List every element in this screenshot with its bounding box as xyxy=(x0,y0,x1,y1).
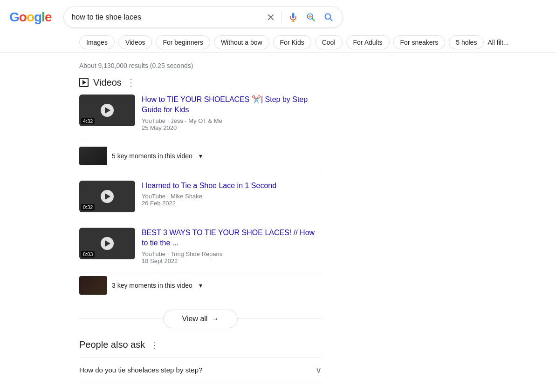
chip-for-adults[interactable]: For Adults xyxy=(346,35,390,49)
chip-for-sneakers[interactable]: For sneakers xyxy=(393,35,446,49)
play-button[interactable] xyxy=(101,104,114,117)
results-count: About 9,130,000 results (0.25 seconds) xyxy=(79,62,322,69)
play-triangle-icon-2 xyxy=(105,193,110,200)
section-header: Videos ⋮ xyxy=(79,77,322,88)
header: Google how to tie shoe laces xyxy=(0,0,556,33)
svg-line-6 xyxy=(330,19,332,21)
logo-e: e xyxy=(45,10,52,25)
video-info-2: I learned to Tie a Shoe Lace in 1 Second… xyxy=(142,181,322,207)
key-moment-thumb-3 xyxy=(79,276,107,295)
chevron-down-icon-3[interactable]: ▾ xyxy=(199,282,202,289)
chip-without-a-bow[interactable]: Without a bow xyxy=(214,35,269,49)
search-bar: how to tie shoe laces xyxy=(63,7,343,28)
logo-o1: o xyxy=(19,10,27,25)
image-search-button[interactable] xyxy=(304,11,317,24)
people-also-ask-section: People also ask ⋮ How do you tie shoelac… xyxy=(79,339,322,392)
play-triangle-icon xyxy=(105,107,110,114)
video-duration-3: 8:03 xyxy=(81,251,95,257)
key-moments-label-3[interactable]: 3 key moments in this video xyxy=(112,282,192,289)
video-title-link-2[interactable]: I learned to Tie a Shoe Lace in 1 Second xyxy=(142,182,276,189)
videos-section: Videos ⋮ 4:32 How to TIE YOUR SHOELACES … xyxy=(79,77,322,328)
video-duration: 4:32 xyxy=(81,118,95,124)
voice-search-button[interactable] xyxy=(287,11,300,24)
key-moments-3: 3 key moments in this video ▾ xyxy=(79,276,322,302)
view-all-line-left xyxy=(79,318,163,319)
microphone-icon xyxy=(288,13,298,22)
divider xyxy=(281,12,282,23)
logo-o2: o xyxy=(27,10,34,25)
video-meta-2: YouTube · Mike Shake 26 Feb 2022 xyxy=(142,193,322,207)
search-icons xyxy=(265,11,335,24)
video-date-3: 18 Sept 2022 xyxy=(142,257,178,264)
video-date-2: 26 Feb 2022 xyxy=(142,200,176,207)
key-moments-label-1[interactable]: 5 key moments in this video xyxy=(112,152,192,160)
lens-icon xyxy=(306,13,316,22)
logo-l: l xyxy=(41,10,45,25)
video-channel-1: Jess - My OT & Me xyxy=(171,117,222,124)
play-triangle-icon-3 xyxy=(105,240,110,247)
video-source-3: YouTube xyxy=(142,250,165,257)
video-source-1: YouTube xyxy=(142,117,165,124)
google-logo: Google xyxy=(9,10,51,25)
paa-menu-icon[interactable]: ⋮ xyxy=(150,339,159,351)
logo-g: G xyxy=(9,10,19,25)
search-icon xyxy=(324,13,333,22)
videos-section-title: Videos xyxy=(93,77,122,88)
video-title-link-3[interactable]: BEST 3 WAYS TO TIE YOUR SHOE LACES! // H… xyxy=(142,229,315,247)
video-section-icon xyxy=(79,78,89,87)
video-channel-3: Tring Shoe Repairs xyxy=(171,250,223,257)
view-all-label: View all xyxy=(182,315,208,323)
video-thumbnail-1[interactable]: 4:32 xyxy=(79,95,135,126)
logo-g2: g xyxy=(34,10,41,25)
paa-title: People also ask xyxy=(79,339,145,350)
video-title-link-1[interactable]: How to TIE YOUR SHOELACES ✂️| Step by St… xyxy=(142,95,308,114)
view-all-line-right xyxy=(238,318,322,319)
search-button[interactable] xyxy=(322,11,335,24)
paa-question-1: How do you tie shoelaces step by step? xyxy=(79,366,202,374)
close-icon xyxy=(267,13,275,21)
play-icon xyxy=(82,80,86,85)
key-moments-1: 5 key moments in this video ▾ xyxy=(79,147,322,173)
view-all-wrapper: View all → xyxy=(79,310,322,328)
video-thumbnail-2[interactable]: 0:32 xyxy=(79,181,135,212)
arrow-right-icon: → xyxy=(211,315,219,323)
video-info-3: BEST 3 WAYS TO TIE YOUR SHOE LACES! // H… xyxy=(142,228,322,264)
video-channel-2: Mike Shake xyxy=(171,193,202,200)
paa-header: People also ask ⋮ xyxy=(79,339,322,351)
chevron-down-icon-paa-2: ∨ xyxy=(316,391,322,392)
svg-line-4 xyxy=(312,19,315,21)
play-button-3[interactable] xyxy=(101,237,114,250)
video-meta-3: YouTube · Tring Shoe Repairs 18 Sept 202… xyxy=(142,250,322,264)
chip-for-beginners[interactable]: For beginners xyxy=(156,35,210,49)
svg-point-3 xyxy=(309,16,311,17)
video-duration-2: 0:32 xyxy=(81,204,95,210)
clear-search-button[interactable] xyxy=(265,11,277,23)
video-item-3: 8:03 BEST 3 WAYS TO TIE YOUR SHOE LACES!… xyxy=(79,228,322,272)
chip-cool[interactable]: Cool xyxy=(315,35,343,49)
video-meta-1: YouTube · Jess - My OT & Me 25 May 2020 xyxy=(142,117,322,131)
chip-for-kids[interactable]: For Kids xyxy=(273,35,311,49)
video-thumbnail-3[interactable]: 8:03 xyxy=(79,228,135,259)
all-filters-link[interactable]: All filt... xyxy=(487,39,508,46)
paa-item-1[interactable]: How do you tie shoelaces step by step? ∨ xyxy=(79,357,322,383)
video-date-1: 25 May 2020 xyxy=(142,124,177,131)
chip-images[interactable]: Images xyxy=(79,35,115,49)
section-menu-icon[interactable]: ⋮ xyxy=(126,77,136,88)
video-info-1: How to TIE YOUR SHOELACES ✂️| Step by St… xyxy=(142,95,322,131)
key-moment-thumb-1 xyxy=(79,147,107,165)
paa-item-2[interactable]: How do you tie the ends of shoelaces? ∨ xyxy=(79,383,322,392)
video-source-2: YouTube xyxy=(142,193,165,200)
chevron-down-icon-paa-1: ∨ xyxy=(316,365,322,375)
results-area: About 9,130,000 results (0.25 seconds) V… xyxy=(0,53,401,392)
play-button-2[interactable] xyxy=(101,190,114,203)
chevron-down-icon-1[interactable]: ▾ xyxy=(199,152,202,160)
view-all-button[interactable]: View all → xyxy=(163,310,238,328)
video-item-2: 0:32 I learned to Tie a Shoe Lace in 1 S… xyxy=(79,181,322,220)
filter-bar: Images Videos For beginners Without a bo… xyxy=(0,33,556,53)
search-input[interactable]: how to tie shoe laces xyxy=(71,13,265,21)
video-item: 4:32 How to TIE YOUR SHOELACES ✂️| Step … xyxy=(79,95,322,139)
chip-5-holes[interactable]: 5 holes xyxy=(449,35,484,49)
chip-videos[interactable]: Videos xyxy=(118,35,152,49)
